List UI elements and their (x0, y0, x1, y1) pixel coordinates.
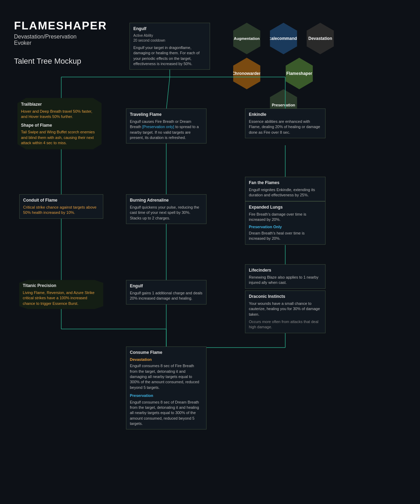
talent-titanic-precision: Titanic Precision Living Flame, Reversio… (19, 280, 103, 309)
talent-traveling-flame: Traveling Flame Engulf causes Fire Breat… (126, 108, 206, 144)
talent-lifecinders: Lifecinders Renewing Blaze also applies … (245, 264, 326, 289)
hex-devastation[interactable]: Devastation (304, 23, 336, 54)
talent-engulf-top: Engulf Active Ability 20 second cooldown… (130, 23, 210, 70)
title-subtitle1: Devastation/Preservation Evoker (14, 34, 107, 46)
talent-trailblazer: Trailblazer Hover and Deep Breath travel… (18, 98, 102, 149)
title-area: FLAMESHAPER Devastation/Preservation Evo… (14, 19, 107, 66)
talent-expanded-lungs: Expanded Lungs Fire Breath's damage over… (245, 201, 326, 245)
talent-tree-label: Talent Tree Mockup (14, 57, 107, 66)
talent-conduit-of-flame: Conduit of Flame Critical strike chance … (19, 194, 103, 219)
hex-flameshaper[interactable]: Flameshaper (284, 58, 315, 89)
hex-scalecommander[interactable]: Scalecommander (268, 23, 299, 54)
talent-draconic-instincts: Draconic Instincts Your wounds have a sm… (245, 290, 326, 333)
talent-engulf-mid: Engulf Engulf gains 1 additional charge … (126, 280, 206, 304)
hex-augmentation[interactable]: Augmentation (231, 23, 262, 54)
page-title: FLAMESHAPER (14, 19, 107, 32)
talent-fan-the-flames: Fan the Flames Engulf reignites Enkindle… (245, 177, 326, 201)
talent-consume-flame: Consume Flame Devastation Engulf consume… (126, 346, 206, 429)
talent-burning-adrenaline: Burning Adrenaline Engulf quickens your … (126, 194, 206, 224)
talent-enkindle: Enkindle Essence abilities are enhanced … (245, 108, 326, 138)
hex-chronowarden[interactable]: Chronowarden (231, 58, 262, 89)
